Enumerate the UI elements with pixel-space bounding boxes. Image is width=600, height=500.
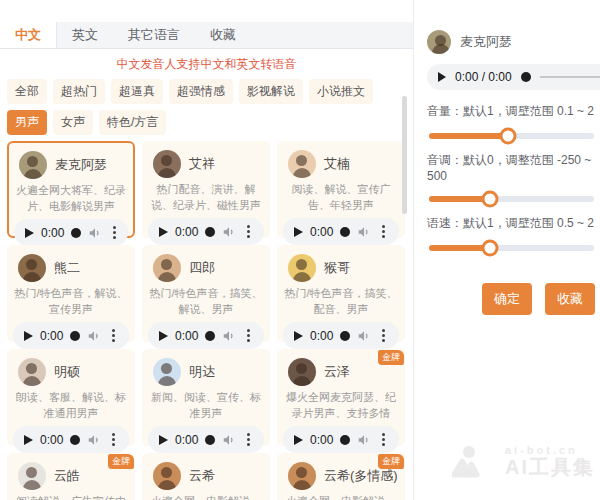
play-icon[interactable] bbox=[159, 227, 168, 237]
seek-handle[interactable] bbox=[340, 435, 350, 445]
play-icon[interactable] bbox=[294, 331, 303, 341]
play-icon[interactable] bbox=[159, 331, 168, 341]
card-audio-player[interactable]: 0:00 bbox=[13, 322, 129, 349]
voice-name: 明达 bbox=[189, 363, 215, 381]
voice-card[interactable]: 金牌 云希(多情感) 火遍全网、电影解说、广告宣传男声、支持多情感、多角色 0:… bbox=[277, 453, 405, 500]
list-scrollbar[interactable] bbox=[402, 96, 407, 214]
card-audio-player[interactable]: 0:00 bbox=[283, 218, 399, 245]
voice-card[interactable]: 猴哥 热门/特色声音，搞笑、配音、男声 0:00 bbox=[277, 245, 405, 342]
language-tab[interactable]: 英文 bbox=[57, 22, 113, 48]
card-audio-player[interactable]: 0:00 bbox=[148, 218, 264, 245]
slider-track[interactable] bbox=[429, 196, 594, 202]
filter-tag[interactable]: 影视解说 bbox=[239, 79, 303, 104]
filter-tag[interactable]: 男声 bbox=[7, 110, 47, 135]
seek-handle[interactable] bbox=[521, 72, 531, 82]
selected-voice-name: 麦克阿瑟 bbox=[460, 33, 512, 51]
slider-thumb[interactable] bbox=[482, 191, 499, 208]
voice-card[interactable]: 麦克阿瑟 火遍全网大将军、纪录片、电影解说男声 0:00 bbox=[7, 141, 135, 238]
card-header: 云希 bbox=[148, 462, 264, 490]
more-options-icon[interactable] bbox=[379, 327, 388, 344]
favorite-button[interactable]: 收藏 bbox=[545, 283, 595, 315]
seek-handle[interactable] bbox=[340, 227, 350, 237]
play-icon[interactable] bbox=[159, 435, 168, 445]
voice-card[interactable]: 熊二 热门/特色声音，解说、宣传男声 0:00 bbox=[7, 245, 135, 342]
voice-card[interactable]: 明达 新闻、阅读、宣传、标准男声 0:00 bbox=[142, 349, 270, 446]
slider-label: 音调：默认0，调整范围 -250 ~ 500 bbox=[427, 152, 600, 183]
card-header: 明硕 bbox=[13, 358, 129, 386]
card-audio-player[interactable]: 0:00 bbox=[148, 322, 264, 349]
seek-handle[interactable] bbox=[70, 435, 80, 445]
filter-tag[interactable]: 超热门 bbox=[53, 79, 105, 104]
slider-track[interactable] bbox=[429, 245, 594, 251]
language-tab[interactable]: 中文 bbox=[0, 22, 57, 48]
filter-tag[interactable]: 小说推文 bbox=[309, 79, 373, 104]
seek-handle[interactable] bbox=[340, 331, 350, 341]
tab-label: 其它语言 bbox=[128, 26, 180, 44]
voice-card[interactable]: 四郎 热门/特色声音，搞笑、解说、男声 0:00 bbox=[142, 245, 270, 342]
voice-card[interactable]: 艾楠 阅读、解说、宣传广告、年轻男声 0:00 bbox=[277, 141, 405, 238]
voice-card[interactable]: 金牌 云皓 阅读解说、广告宣传中年男声、支持多情感 0:00 bbox=[7, 453, 135, 500]
more-options-icon[interactable] bbox=[379, 431, 388, 448]
play-icon[interactable] bbox=[294, 227, 303, 237]
voice-name: 艾祥 bbox=[189, 155, 215, 173]
slider-track[interactable] bbox=[429, 133, 594, 139]
filter-tag[interactable]: 超强情感 bbox=[169, 79, 233, 104]
more-options-icon[interactable] bbox=[110, 224, 119, 241]
volume-icon[interactable] bbox=[87, 329, 101, 343]
filter-tag[interactable]: 特色/方言 bbox=[99, 110, 166, 135]
seek-handle[interactable] bbox=[205, 331, 215, 341]
player-time: 0:00 bbox=[40, 329, 63, 343]
more-options-icon[interactable] bbox=[379, 223, 388, 240]
selected-voice-avatar bbox=[427, 30, 451, 54]
seek-handle[interactable] bbox=[205, 227, 215, 237]
card-audio-player[interactable]: 0:00 bbox=[283, 426, 399, 453]
preview-audio-player[interactable]: 0:00 / 0:00 bbox=[427, 64, 600, 90]
volume-icon[interactable] bbox=[222, 329, 236, 343]
card-audio-player[interactable]: 0:00 bbox=[13, 426, 129, 453]
confirm-button[interactable]: 确定 bbox=[482, 283, 532, 315]
filter-tag[interactable]: 超逼真 bbox=[111, 79, 163, 104]
language-tab[interactable]: 其它语言 bbox=[113, 22, 195, 48]
volume-icon[interactable] bbox=[357, 225, 371, 239]
card-audio-player[interactable]: 0:00 bbox=[14, 219, 128, 246]
voice-card[interactable]: 云希 火遍全网、电影解说、广告宣传男声 0:00 bbox=[142, 453, 270, 500]
voice-card[interactable]: 艾祥 热门配音、演讲、解说、纪录片、磁性男声 0:00 bbox=[142, 141, 270, 238]
volume-icon[interactable] bbox=[357, 433, 371, 447]
volume-icon[interactable] bbox=[87, 433, 101, 447]
play-icon[interactable] bbox=[438, 72, 446, 82]
voice-card[interactable]: 金牌 云泽 爆火全网麦克阿瑟、纪录片男声、支持多情感、多角色 0:00 bbox=[277, 349, 405, 446]
more-options-icon[interactable] bbox=[244, 327, 253, 344]
card-audio-player[interactable]: 0:00 bbox=[283, 322, 399, 349]
more-options-icon[interactable] bbox=[244, 431, 253, 448]
voice-card[interactable]: 明硕 朗读、客服、解说、标准通用男声 0:00 bbox=[7, 349, 135, 446]
language-tab[interactable]: 收藏 bbox=[195, 22, 251, 48]
voice-name: 云希 bbox=[189, 467, 215, 485]
voice-description: 热门/特色声音，搞笑、配音、男声 bbox=[283, 286, 399, 318]
volume-icon[interactable] bbox=[222, 433, 236, 447]
seek-track[interactable] bbox=[540, 76, 600, 78]
seek-handle[interactable] bbox=[71, 228, 81, 238]
more-options-icon[interactable] bbox=[109, 327, 118, 344]
voice-settings-panel: 麦克阿瑟 0:00 / 0:00 音量：默认1，调壁范围 0.1 ~ 2 音调：… bbox=[414, 0, 600, 500]
play-icon[interactable] bbox=[25, 228, 34, 238]
play-icon[interactable] bbox=[24, 331, 33, 341]
card-audio-player[interactable]: 0:00 bbox=[148, 426, 264, 453]
filter-tag[interactable]: 全部 bbox=[7, 79, 47, 104]
play-icon[interactable] bbox=[24, 435, 33, 445]
voice-description: 火遍全网大将军、纪录片、电影解说男声 bbox=[14, 183, 128, 215]
voice-name: 麦克阿瑟 bbox=[55, 156, 107, 174]
volume-icon[interactable] bbox=[88, 226, 102, 240]
voice-description: 爆火全网麦克阿瑟、纪录片男声、支持多情感、多角色 bbox=[283, 390, 399, 422]
slider-thumb[interactable] bbox=[500, 128, 517, 145]
filter-tag[interactable]: 女声 bbox=[53, 110, 93, 135]
play-icon[interactable] bbox=[294, 435, 303, 445]
slider-thumb[interactable] bbox=[482, 240, 499, 257]
seek-handle[interactable] bbox=[70, 331, 80, 341]
seek-handle[interactable] bbox=[205, 435, 215, 445]
volume-icon[interactable] bbox=[357, 329, 371, 343]
volume-icon[interactable] bbox=[222, 225, 236, 239]
voice-name: 云希(多情感) bbox=[324, 467, 398, 485]
tab-label: 英文 bbox=[72, 26, 98, 44]
more-options-icon[interactable] bbox=[244, 223, 253, 240]
more-options-icon[interactable] bbox=[109, 431, 118, 448]
